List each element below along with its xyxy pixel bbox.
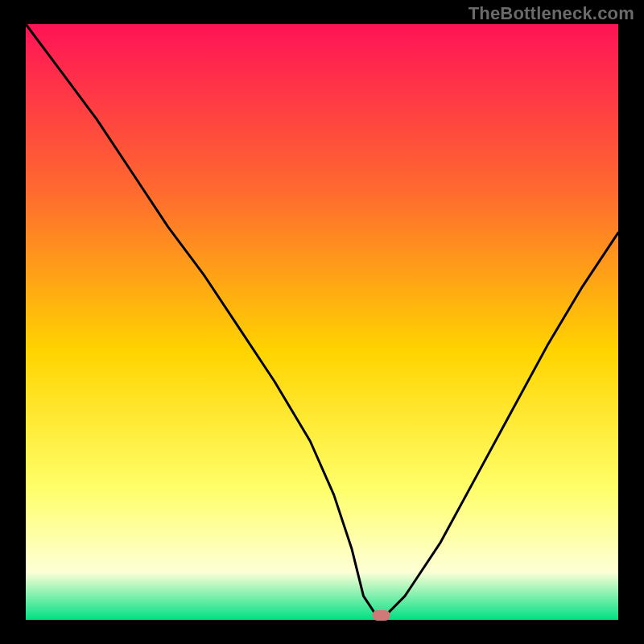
chart-svg xyxy=(0,0,644,644)
watermark-text: TheBottleneck.com xyxy=(469,3,634,24)
optimal-marker xyxy=(373,610,390,621)
gradient-background xyxy=(26,24,618,620)
plot-area xyxy=(26,24,618,621)
bottleneck-chart: TheBottleneck.com xyxy=(0,0,644,644)
